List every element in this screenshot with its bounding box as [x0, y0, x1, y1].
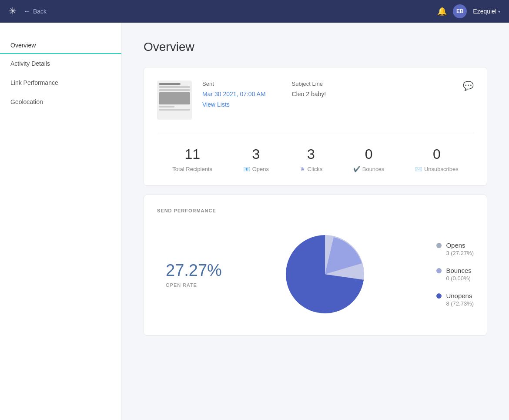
subject-value: Cleo 2 baby! — [292, 91, 326, 97]
notification-icon[interactable]: 🔔 — [437, 7, 447, 16]
back-label: Back — [33, 8, 47, 15]
unsubscribes-icon: ✉️ — [415, 166, 422, 172]
logo-icon: ✳ — [9, 6, 17, 17]
thumb-bar-4 — [159, 106, 174, 108]
legend-bounces-dot — [436, 268, 442, 273]
sent-date: Mar 30 2021, 07:00 AM — [202, 91, 266, 97]
stat-unsubscribes: 0 ✉️ Unsubscribes — [415, 146, 459, 172]
topnav: ✳ ← Back 🔔 EB Ezequiel ▾ — [0, 0, 509, 23]
thumb-bar-3 — [159, 89, 190, 91]
email-meta: Sent Mar 30 2021, 07:00 AM View Lists Su… — [202, 81, 452, 108]
sidebar-item-activity-details[interactable]: Activity Details — [0, 54, 121, 73]
stat-opens-value: 3 — [243, 146, 269, 162]
stats-row: 11 Total Recipients 3 📧 Opens 3 🖱 — [144, 133, 487, 185]
perf-section-title: SEND PERFORMANCE — [157, 208, 474, 213]
main-content: Overview Sent Mar 30 2021, 07:00 AM — [122, 23, 509, 420]
stat-total-recipients: 11 Total Recipients — [172, 146, 212, 172]
avatar: EB — [453, 4, 467, 18]
subject-group: Subject Line Cleo 2 baby! — [292, 81, 326, 108]
legend-opens-dot — [436, 243, 442, 248]
stat-clicks: 3 🖱 Clicks — [300, 146, 323, 172]
stat-opens-label: 📧 Opens — [243, 166, 269, 172]
subject-label: Subject Line — [292, 81, 326, 87]
stat-clicks-label: 🖱 Clicks — [300, 166, 323, 172]
legend-opens-value: 3 (27.27%) — [446, 250, 474, 256]
stat-unsub-value: 0 — [415, 146, 459, 162]
thumb-bar-2 — [159, 86, 190, 88]
back-arrow-icon: ← — [23, 7, 30, 15]
legend-opens-row: Opens — [436, 242, 474, 249]
message-icon[interactable]: 💬 — [463, 81, 474, 91]
view-lists-link[interactable]: View Lists — [202, 101, 266, 108]
pie-chart — [277, 226, 373, 322]
chart-legend: Opens 3 (27.27%) Bounces 0 (0.00%) — [436, 242, 474, 307]
email-thumbnail — [157, 81, 192, 120]
opens-icon: 📧 — [243, 166, 250, 172]
sidebar-item-geolocation[interactable]: Geolocation — [0, 92, 121, 111]
open-rate-label: OPEN RATE — [166, 282, 222, 288]
stat-total-value: 11 — [172, 146, 212, 162]
open-rate-value: 27.27% — [166, 261, 222, 280]
stat-total-label: Total Recipients — [172, 166, 212, 172]
open-rate-block: 27.27% OPEN RATE — [166, 261, 222, 288]
legend-unopens-row: Unopens — [436, 292, 474, 299]
stat-clicks-value: 3 — [300, 146, 323, 162]
email-info: Sent Mar 30 2021, 07:00 AM View Lists Su… — [144, 67, 487, 133]
legend-bounces-name: Bounces — [446, 267, 471, 274]
legend-unopens-dot — [436, 293, 442, 299]
legend-bounces-row: Bounces — [436, 267, 474, 274]
main-layout: Overview Activity Details Link Performan… — [0, 23, 509, 420]
stat-bounces-label: ✔️ Bounces — [353, 166, 385, 172]
thumb-bar-5 — [159, 109, 190, 111]
legend-unopens-name: Unopens — [446, 292, 472, 299]
legend-opens: Opens 3 (27.27%) — [436, 242, 474, 256]
stat-opens: 3 📧 Opens — [243, 146, 269, 172]
sent-label: Sent — [202, 81, 266, 87]
sidebar-item-overview[interactable]: Overview — [0, 36, 121, 54]
bounces-icon: ✔️ — [353, 166, 360, 172]
back-button[interactable]: ← Back — [23, 7, 47, 15]
perf-content-wrapper: SEND PERFORMANCE 27.27% OPEN RATE — [144, 195, 487, 335]
sidebar: Overview Activity Details Link Performan… — [0, 23, 122, 420]
clicks-icon: 🖱 — [300, 166, 305, 172]
perf-main: 27.27% OPEN RATE — [157, 226, 474, 322]
legend-opens-name: Opens — [446, 242, 465, 249]
email-stats-card: Sent Mar 30 2021, 07:00 AM View Lists Su… — [144, 67, 487, 186]
topnav-right: 🔔 EB Ezequiel ▾ — [437, 4, 500, 18]
legend-unopens-value: 8 (72.73%) — [446, 300, 474, 307]
page-title: Overview — [144, 40, 487, 54]
chevron-down-icon: ▾ — [498, 9, 500, 14]
thumb-bar-1 — [159, 83, 181, 85]
sidebar-item-link-performance[interactable]: Link Performance — [0, 73, 121, 92]
legend-bounces-value: 0 (0.00%) — [446, 275, 474, 282]
sent-group: Sent Mar 30 2021, 07:00 AM View Lists — [202, 81, 266, 108]
legend-unopens: Unopens 8 (72.73%) — [436, 292, 474, 307]
topnav-left: ✳ ← Back — [9, 6, 47, 17]
stat-unsub-label: ✉️ Unsubscribes — [415, 166, 459, 172]
pie-chart-container — [239, 226, 411, 322]
user-name[interactable]: Ezequiel ▾ — [473, 8, 500, 15]
legend-bounces: Bounces 0 (0.00%) — [436, 267, 474, 282]
send-performance-card: SEND PERFORMANCE 27.27% OPEN RATE — [144, 195, 487, 336]
stat-bounces: 0 ✔️ Bounces — [353, 146, 385, 172]
thumb-img — [159, 92, 190, 104]
stat-bounces-value: 0 — [353, 146, 385, 162]
user-name-label: Ezequiel — [473, 8, 496, 15]
